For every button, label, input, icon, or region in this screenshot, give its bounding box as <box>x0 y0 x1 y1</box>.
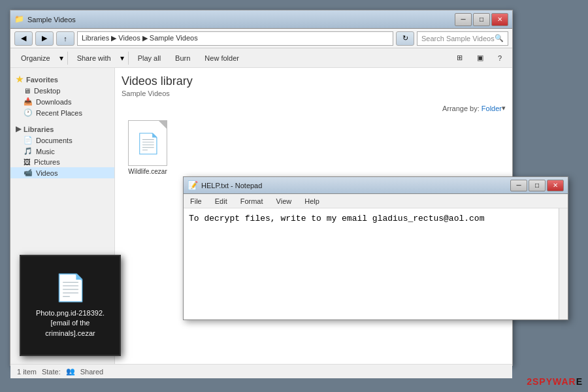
title-bar-controls: ─ □ ✕ <box>455 13 508 26</box>
videos-icon: 📹 <box>24 169 33 177</box>
pane-title: Videos library <box>122 74 506 88</box>
notepad-icon: 📝 <box>188 180 198 190</box>
back-button[interactable]: ◀ <box>14 31 33 46</box>
notepad-content: To decrypt files, write to my email glad… <box>184 208 568 287</box>
sidebar-item-recent-places[interactable]: 🕐 Recent Places <box>10 107 114 118</box>
recent-places-icon: 🕐 <box>24 108 33 117</box>
forward-button[interactable]: ▶ <box>35 31 54 46</box>
new-folder-button[interactable]: New folder <box>199 51 244 65</box>
address-bar: ◀ ▶ ↑ Libraries ▶ Videos ▶ Sample Videos… <box>10 29 512 48</box>
file-item-wildlife[interactable]: 📄 Wildlife.cezar <box>122 118 174 178</box>
notepad-minimize-button[interactable]: ─ <box>510 180 527 191</box>
address-path[interactable]: Libraries ▶ Videos ▶ Sample Videos <box>77 31 393 46</box>
up-button[interactable]: ↑ <box>56 31 74 46</box>
shared-label: Shared <box>80 368 103 376</box>
explorer-icon: 📁 <box>14 14 25 25</box>
search-placeholder: Search Sample Videos <box>421 35 495 42</box>
file-grid: 📄 Wildlife.cezar <box>122 118 506 178</box>
encrypted-file-name: Photo.png.id-218392.[email of the crimin… <box>27 308 113 338</box>
arrange-label: Arrange by: <box>442 105 480 112</box>
shared-icon: 👥 <box>66 367 75 376</box>
notepad-text: To decrypt files, write to my email glad… <box>189 214 484 223</box>
toolbar: Organize ▾ Share with ▾ Play all Burn Ne… <box>10 48 512 68</box>
dropdown-arrow2: ▾ <box>120 54 124 63</box>
help-button[interactable]: ? <box>493 51 507 65</box>
notepad-title-text: HELP.txt - Notepad <box>201 182 510 189</box>
encrypted-file-overlay: 📄 Photo.png.id-218392.[email of the crim… <box>20 255 121 356</box>
documents-icon: 📄 <box>24 136 33 144</box>
status-bar: 1 item State: 👥 Shared <box>10 364 512 378</box>
branding-text2: E <box>576 376 583 387</box>
minimize-button[interactable]: ─ <box>455 13 472 26</box>
notepad-controls: ─ □ ✕ <box>510 180 564 191</box>
encrypted-file-icon: 📄 <box>54 272 87 303</box>
menu-edit[interactable]: Edit <box>211 197 231 206</box>
sidebar-item-desktop[interactable]: 🖥 Desktop <box>10 86 114 96</box>
libraries-label: Libraries <box>24 125 54 133</box>
notepad-title-bar: 📝 HELP.txt - Notepad ─ □ ✕ <box>184 177 568 194</box>
menu-help[interactable]: Help <box>301 197 323 206</box>
arrange-dropdown-icon[interactable]: ▾ <box>502 104 506 112</box>
dropdown-arrow: ▾ <box>59 54 63 63</box>
menu-format[interactable]: Format <box>237 197 267 206</box>
arrange-bar: Arrange by: Folder ▾ <box>122 104 506 112</box>
play-all-button[interactable]: Play all <box>133 51 166 65</box>
favorites-section[interactable]: ★ Favorites <box>10 73 114 86</box>
arrange-value[interactable]: Folder <box>482 105 502 112</box>
status-count: 1 item <box>17 368 37 376</box>
libraries-section[interactable]: ▶ Libraries <box>10 123 114 135</box>
notepad-window: 📝 HELP.txt - Notepad ─ □ ✕ File Edit For… <box>183 176 568 320</box>
file-name-wildlife: Wildlife.cezar <box>128 168 167 175</box>
explorer-title-text: Sample Videos <box>27 16 455 24</box>
toolbar-separator <box>67 52 68 65</box>
notepad-menu-bar: File Edit Format View Help <box>184 194 568 208</box>
pictures-icon: 🖼 <box>24 158 31 166</box>
desktop-icon: 🖥 <box>24 87 31 95</box>
view-button[interactable]: ⊞ <box>451 51 468 65</box>
star-icon: ★ <box>16 74 24 84</box>
scrollbar[interactable] <box>559 208 568 319</box>
sidebar-item-pictures[interactable]: 🖼 Pictures <box>10 157 114 167</box>
favorites-label: Favorites <box>26 76 58 84</box>
notepad-close-button[interactable]: ✕ <box>547 180 564 191</box>
music-icon: 🎵 <box>24 147 33 155</box>
notepad-maximize-button[interactable]: □ <box>529 180 546 191</box>
maximize-button[interactable]: □ <box>473 13 490 26</box>
state-label: State: <box>42 368 61 376</box>
burn-button[interactable]: Burn <box>170 51 195 65</box>
pane-subtitle: Sample Videos <box>122 90 506 97</box>
search-icon: 🔍 <box>495 34 504 42</box>
sidebar-item-documents[interactable]: 📄 Documents <box>10 135 114 146</box>
refresh-button[interactable]: ↻ <box>396 31 414 46</box>
sidebar-item-music[interactable]: 🎵 Music <box>10 146 114 157</box>
file-thumbnail: 📄 <box>128 120 167 166</box>
branding: 2SPYWARE <box>527 376 583 387</box>
libraries-expand-icon: ▶ <box>16 125 21 133</box>
close-button[interactable]: ✕ <box>491 13 508 26</box>
preview-button[interactable]: ▣ <box>472 51 489 65</box>
document-icon: 📄 <box>136 132 160 155</box>
branding-text1: 2SPYWAR <box>527 376 576 387</box>
search-box[interactable]: Search Sample Videos 🔍 <box>417 31 508 46</box>
sidebar-item-downloads[interactable]: 📥 Downloads <box>10 96 114 107</box>
menu-view[interactable]: View <box>272 197 296 206</box>
sidebar-item-videos[interactable]: 📹 Videos <box>10 167 114 178</box>
downloads-icon: 📥 <box>24 97 33 106</box>
explorer-title-bar: 📁 Sample Videos ─ □ ✕ <box>10 10 512 29</box>
share-with-button[interactable]: Share with <box>72 51 116 65</box>
toolbar-separator2 <box>128 52 129 65</box>
menu-file[interactable]: File <box>186 197 206 206</box>
organize-button[interactable]: Organize <box>16 51 56 65</box>
